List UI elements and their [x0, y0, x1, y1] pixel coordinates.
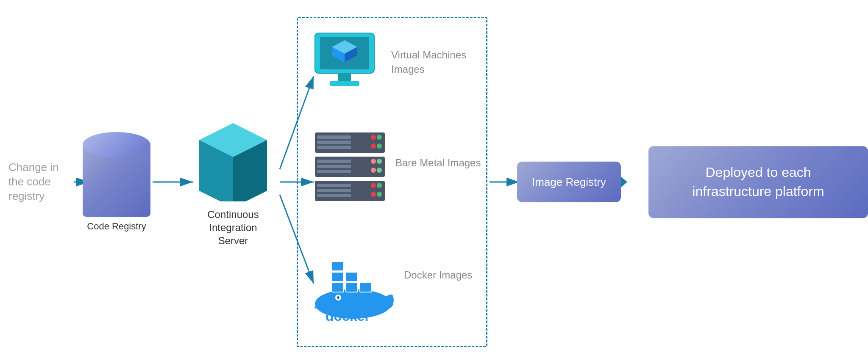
svg-rect-30	[317, 165, 351, 168]
code-registry-label: Code Registry	[87, 221, 146, 232]
svg-rect-18	[338, 73, 351, 81]
change-label: Change in the code registry	[8, 160, 76, 203]
svg-text:docker: docker	[326, 309, 370, 323]
docker-section: docker	[306, 243, 400, 325]
svg-point-43	[377, 192, 382, 197]
image-types-box: Virtual Machines Images	[297, 17, 487, 347]
deployed-box: Deployed to each infrastructure platform	[648, 146, 868, 218]
image-registry-box: Image Registry	[517, 162, 621, 202]
vm-label: Virtual Machines Images	[391, 48, 486, 76]
svg-point-26	[371, 143, 376, 149]
svg-rect-29	[317, 160, 351, 163]
svg-point-34	[371, 168, 376, 173]
svg-rect-52	[332, 262, 344, 271]
svg-point-33	[377, 159, 382, 164]
diagram-container: Change in the code registry Code Registr…	[0, 0, 868, 364]
svg-rect-22	[317, 141, 351, 144]
svg-point-42	[371, 192, 376, 197]
svg-rect-23	[317, 146, 351, 149]
svg-point-32	[371, 159, 376, 164]
svg-point-27	[377, 143, 382, 149]
svg-rect-38	[317, 189, 351, 192]
image-registry: Image Registry	[517, 162, 621, 202]
docker-label: Docker Images	[404, 268, 472, 282]
svg-rect-50	[332, 272, 344, 281]
svg-point-35	[377, 168, 382, 173]
cylinder-top	[83, 132, 150, 157]
svg-rect-31	[317, 170, 351, 173]
vm-icon	[311, 31, 378, 90]
ci-server-icon	[191, 117, 275, 201]
svg-point-25	[377, 135, 382, 140]
svg-rect-21	[317, 135, 351, 139]
ci-server: Continuous Integration Server	[191, 117, 275, 248]
code-registry-icon	[83, 132, 150, 217]
svg-point-46	[337, 296, 339, 299]
server-icon	[311, 130, 391, 209]
svg-point-41	[377, 183, 382, 188]
svg-rect-39	[317, 194, 351, 197]
docker-icon: docker	[306, 243, 400, 323]
svg-rect-51	[346, 272, 358, 281]
svg-rect-19	[330, 81, 359, 86]
bare-metal-label: Bare Metal Images	[395, 156, 481, 170]
svg-rect-49	[360, 283, 372, 292]
ci-server-label: Continuous Integration Server	[195, 208, 271, 248]
svg-rect-37	[317, 184, 351, 187]
svg-point-40	[371, 183, 376, 188]
server-section	[311, 130, 391, 210]
svg-point-24	[371, 135, 376, 140]
vm-section	[311, 31, 378, 90]
code-registry: Code Registry	[83, 132, 150, 232]
svg-rect-47	[332, 283, 344, 292]
svg-rect-48	[346, 283, 358, 292]
